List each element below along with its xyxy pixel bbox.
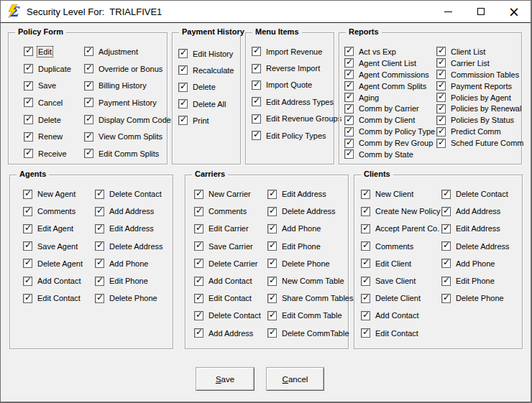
checkbox-item[interactable]: ✓Create New Policy — [361, 203, 440, 220]
checkbox[interactable]: ✓ — [361, 259, 370, 268]
checkbox[interactable]: ✓ — [361, 224, 370, 233]
checkbox-item[interactable]: ✓Delete Phone — [267, 255, 353, 272]
checkbox[interactable]: ✓ — [95, 190, 104, 199]
checkbox-item[interactable]: ✓Edit Contact — [361, 325, 440, 342]
checkbox[interactable]: ✓ — [24, 98, 33, 107]
checkbox-item[interactable]: ✓Save Carrier — [194, 238, 261, 255]
checkbox-item[interactable]: ✓Delete All — [178, 96, 234, 112]
checkbox[interactable]: ✓ — [84, 115, 93, 124]
checkbox-item[interactable]: ✓Delete Phone — [95, 289, 163, 307]
checkbox[interactable]: ✓ — [344, 70, 354, 79]
checkbox-item[interactable]: ✓Save — [24, 77, 71, 94]
checkbox[interactable]: ✓ — [194, 311, 203, 320]
checkbox[interactable]: ✓ — [267, 259, 277, 268]
checkbox[interactable]: ✓ — [23, 241, 32, 251]
checkbox-item[interactable]: ✓Edit Phone — [441, 272, 510, 289]
checkbox[interactable]: ✓ — [252, 131, 261, 140]
checkbox-item[interactable]: ✓Edit Address — [267, 185, 353, 203]
checkbox-item[interactable]: ✓Delete Client — [361, 289, 440, 307]
checkbox[interactable]: ✓ — [84, 98, 93, 107]
checkbox-item[interactable]: ✓Save Agent — [23, 238, 83, 255]
checkbox[interactable]: ✓ — [95, 224, 104, 233]
checkbox-item[interactable]: ✓Delete Carrier — [194, 255, 261, 272]
checkbox[interactable]: ✓ — [267, 190, 277, 199]
checkbox-item[interactable]: ✓Delete Address — [95, 238, 163, 255]
checkbox-item[interactable]: ✓Adjustment — [84, 43, 171, 60]
checkbox-item[interactable]: ✓Import Revenue — [252, 43, 341, 60]
checkbox[interactable]: ✓ — [252, 114, 261, 124]
checkbox-item[interactable]: ✓Delete Phone — [441, 289, 510, 307]
checkbox[interactable]: ✓ — [267, 311, 277, 320]
checkbox-item[interactable]: ✓Act vs Exp — [344, 46, 435, 57]
checkbox-item[interactable]: ✓Edit Comm Splits — [84, 145, 171, 162]
checkbox-item[interactable]: ✓Edit Revenue Groups — [252, 111, 341, 127]
checkbox-item[interactable]: ✓Aging — [344, 92, 435, 103]
checkbox-item[interactable]: ✓Commission Tables — [436, 69, 523, 80]
checkbox[interactable]: ✓ — [441, 207, 451, 216]
checkbox[interactable]: ✓ — [436, 93, 446, 102]
checkbox[interactable]: ✓ — [84, 149, 93, 158]
checkbox[interactable]: ✓ — [441, 259, 451, 268]
checkbox[interactable]: ✓ — [436, 81, 446, 91]
checkbox-item[interactable]: ✓Edit Comm Table — [267, 307, 353, 324]
checkbox[interactable]: ✓ — [23, 277, 32, 286]
checkbox[interactable]: ✓ — [194, 224, 203, 233]
checkbox-item[interactable]: ✓Override or Bonus — [84, 60, 171, 78]
checkbox[interactable]: ✓ — [194, 207, 203, 216]
checkbox-item[interactable]: ✓Billing History — [84, 77, 171, 94]
checkbox-item[interactable]: ✓Payment Reports — [436, 80, 523, 92]
checkbox-item[interactable]: ✓Import Quote — [252, 77, 341, 93]
checkbox[interactable]: ✓ — [436, 127, 446, 136]
checkbox[interactable]: ✓ — [267, 241, 277, 251]
checkbox-item[interactable]: ✓Cancel — [24, 94, 71, 111]
checkbox[interactable]: ✓ — [194, 241, 203, 251]
checkbox-item[interactable]: ✓Add Contact — [23, 272, 83, 289]
checkbox[interactable]: ✓ — [24, 81, 33, 91]
checkbox[interactable]: ✓ — [267, 224, 277, 233]
checkbox-item[interactable]: ✓Add Contact — [194, 272, 261, 289]
checkbox-item[interactable]: ✓New Carrier — [194, 185, 261, 203]
checkbox-item[interactable]: ✓Agent Comm Splits — [344, 80, 435, 92]
checkbox[interactable]: ✓ — [252, 80, 261, 90]
maximize-button[interactable] — [464, 1, 497, 22]
checkbox-item[interactable]: ✓Comm by Client — [344, 114, 435, 126]
checkbox-item[interactable]: ✓Edit Phone — [267, 238, 353, 255]
save-button[interactable]: Save — [196, 367, 254, 391]
checkbox[interactable]: ✓ — [84, 47, 93, 56]
checkbox-item[interactable]: ✓Edit Policy Types — [252, 127, 341, 144]
checkbox-item[interactable]: ✓Comments — [194, 203, 261, 220]
checkbox[interactable]: ✓ — [436, 104, 446, 114]
checkbox-item[interactable]: ✓Share Comm Tables — [267, 289, 353, 307]
checkbox-item[interactable]: ✓Renew — [24, 128, 71, 145]
minimize-button[interactable] — [431, 1, 464, 22]
checkbox[interactable]: ✓ — [95, 277, 104, 286]
checkbox-item[interactable]: ✓Delete Address — [441, 238, 510, 255]
checkbox-item[interactable]: ✓Save Client — [361, 272, 440, 289]
checkbox-item[interactable]: ✓Edit Address Types — [252, 93, 341, 110]
checkbox-item[interactable]: ✓Edit Agent — [23, 220, 83, 237]
cancel-button[interactable]: Cancel — [266, 367, 324, 391]
checkbox[interactable]: ✓ — [344, 47, 354, 56]
checkbox-item[interactable]: ✓Comm by State — [344, 149, 435, 160]
checkbox[interactable]: ✓ — [267, 328, 277, 338]
checkbox-item[interactable]: ✓Policies By Status — [436, 114, 523, 126]
checkbox-item[interactable]: ✓Carrier List — [436, 57, 523, 69]
checkbox-item[interactable]: ✓Comm by Rev Group — [344, 137, 435, 149]
checkbox[interactable]: ✓ — [24, 64, 33, 73]
checkbox[interactable]: ✓ — [194, 277, 203, 286]
checkbox[interactable]: ✓ — [441, 294, 451, 303]
checkbox-item[interactable]: ✓Add Address — [194, 325, 261, 342]
checkbox[interactable]: ✓ — [23, 294, 32, 303]
checkbox-item[interactable]: ✓Delete — [24, 111, 71, 129]
checkbox-item[interactable]: ✓Add Phone — [441, 255, 510, 272]
checkbox[interactable]: ✓ — [436, 47, 446, 56]
checkbox-item[interactable]: ✓Edit Contact — [194, 289, 261, 307]
checkbox[interactable]: ✓ — [95, 207, 104, 216]
checkbox-item[interactable]: ✓Duplicate — [24, 60, 71, 78]
checkbox-item[interactable]: ✓Edit — [24, 43, 71, 60]
checkbox[interactable]: ✓ — [436, 139, 446, 148]
checkbox[interactable]: ✓ — [344, 93, 354, 102]
checkbox[interactable]: ✓ — [23, 190, 32, 199]
checkbox[interactable]: ✓ — [178, 49, 188, 58]
checkbox-item[interactable]: ✓Policies by Agent — [436, 92, 523, 103]
